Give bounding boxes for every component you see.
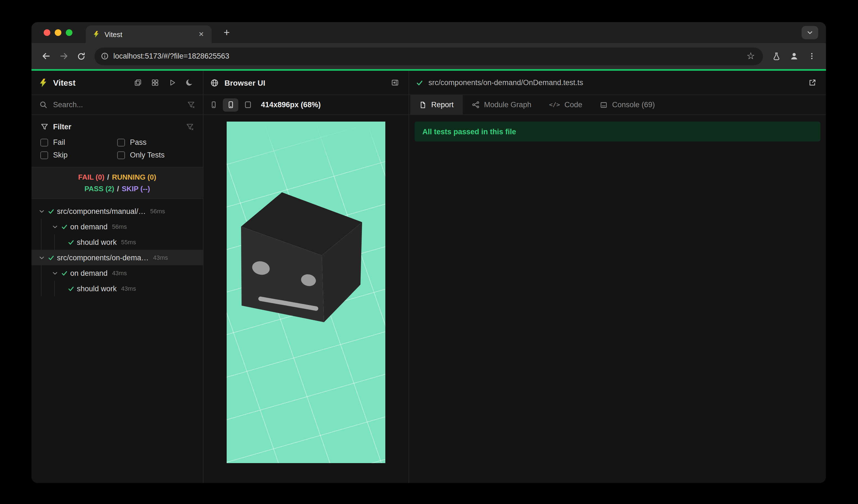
dark-mode-moon-icon[interactable] — [182, 76, 196, 90]
test-suite-row[interactable]: on demand 43ms — [32, 265, 203, 281]
tab-console[interactable]: Console (69) — [591, 95, 664, 114]
checkbox-label: Fail — [53, 138, 65, 146]
dashboard-grid-icon[interactable] — [148, 76, 162, 90]
test-case-label: should work — [77, 238, 117, 246]
url-text: localhost:5173/#/?file=1828625563 — [113, 52, 743, 60]
browser-preview-panel: Browser UI — [204, 71, 409, 483]
test-duration: 55ms — [121, 239, 136, 245]
test-duration: 43ms — [112, 270, 127, 276]
browser-tab[interactable]: Vitest ✕ — [86, 26, 212, 43]
run-summary: FAIL (0)/RUNNING (0) PASS (2)/SKIP (--) — [32, 167, 203, 199]
back-icon[interactable] — [37, 47, 55, 65]
tests-passed-banner: All tests passed in this file — [415, 121, 821, 142]
test-file-label: src/components/manual/… — [57, 207, 146, 215]
fail-count: FAIL (0) — [78, 173, 105, 181]
filter-checkbox-pass[interactable]: Pass — [117, 138, 194, 146]
reload-icon[interactable] — [73, 47, 90, 65]
open-in-panel-icon[interactable] — [387, 76, 402, 90]
app-title: Vitest — [53, 78, 76, 87]
filter-checkbox-only-tests[interactable]: Only Tests — [117, 151, 194, 159]
close-tab-icon[interactable]: ✕ — [196, 29, 206, 39]
tab-module-graph[interactable]: Module Graph — [462, 95, 540, 114]
run-summary-line-2: PASS (2)/SKIP (--) — [32, 183, 203, 195]
preview-header: Browser UI — [204, 71, 409, 95]
skip-count: SKIP (--) — [122, 184, 150, 193]
profile-avatar-icon[interactable] — [785, 47, 803, 65]
search-bar — [32, 95, 203, 115]
results-tabs: Report Module Graph </> Code Console — [409, 95, 826, 115]
tab-strip: Vitest ✕ + — [32, 22, 826, 43]
filter-checkbox-fail[interactable]: Fail — [41, 138, 117, 146]
sidebar: Vitest — [32, 71, 204, 483]
checkbox[interactable] — [117, 139, 125, 146]
tab-label: Console (69) — [612, 101, 655, 109]
new-tab-button[interactable]: + — [220, 26, 234, 40]
preview-title: Browser UI — [224, 78, 265, 87]
chevron-down-icon[interactable] — [37, 254, 46, 261]
tab-label: Module Graph — [484, 101, 531, 109]
filter-funnel-icon — [41, 123, 49, 131]
external-link-icon[interactable] — [805, 76, 819, 90]
search-input[interactable] — [53, 101, 187, 109]
filter-section: Filter Fail Pass — [32, 115, 203, 167]
check-icon — [46, 208, 56, 215]
url-bar[interactable]: localhost:5173/#/?file=1828625563 ☆ — [95, 47, 763, 65]
bookmark-star-icon[interactable]: ☆ — [743, 48, 759, 64]
checkbox-label: Only Tests — [130, 151, 165, 159]
check-icon — [46, 254, 56, 261]
test-file-row-selected[interactable]: src/components/on-dema… 43ms — [32, 250, 203, 265]
checkbox[interactable] — [41, 151, 48, 159]
forward-icon[interactable] — [55, 47, 73, 65]
test-suite-label: on demand — [70, 269, 108, 277]
screen: Vitest ✕ + localhost:5173/# — [0, 0, 858, 504]
site-info-icon[interactable] — [97, 48, 112, 64]
test-tree: src/components/manual/… 56ms on demand 5… — [32, 199, 203, 483]
vitest-logo — [38, 78, 48, 87]
run-all-play-icon[interactable] — [165, 76, 179, 90]
checkbox-label: Pass — [130, 138, 146, 146]
results-header: src/components/on-demand/OnDemand.test.t… — [409, 71, 826, 95]
collapse-panels-icon[interactable] — [130, 76, 145, 90]
chevron-down-icon[interactable] — [50, 223, 59, 230]
app-viewport[interactable] — [227, 121, 385, 463]
test-file-label: src/components/on-dema… — [57, 254, 149, 262]
code-icon: </> — [549, 101, 560, 108]
device-phone-selected-icon[interactable] — [223, 98, 238, 111]
run-summary-line-1: FAIL (0)/RUNNING (0) — [32, 171, 203, 183]
tab-search-chevron-icon[interactable] — [801, 26, 818, 39]
device-phone-small-icon[interactable] — [206, 98, 221, 111]
close-window-button[interactable] — [44, 29, 50, 36]
check-icon — [416, 79, 424, 86]
maximize-window-button[interactable] — [66, 29, 73, 36]
tab-code[interactable]: </> Code — [540, 95, 591, 114]
checkbox[interactable] — [117, 151, 125, 159]
filter-checkbox-skip[interactable]: Skip — [41, 151, 117, 159]
test-suite-label: on demand — [70, 223, 108, 231]
vitest-favicon — [92, 30, 100, 38]
chevron-down-icon[interactable] — [37, 208, 46, 215]
test-case-row[interactable]: should work 43ms — [32, 281, 203, 296]
minimize-window-button[interactable] — [55, 29, 61, 36]
checkbox[interactable] — [41, 139, 48, 146]
robot-cube-3d — [227, 121, 385, 463]
clear-filter-funnel-icon[interactable] — [187, 101, 195, 109]
reset-filter-funnel-icon[interactable] — [186, 123, 194, 131]
check-icon — [66, 239, 76, 246]
browser-menu-kebab-icon[interactable] — [803, 47, 821, 65]
sidebar-header: Vitest — [32, 71, 203, 95]
filter-title: Filter — [53, 123, 71, 131]
preview-toolbar: 414x896px (68%) — [204, 95, 409, 115]
chevron-down-icon[interactable] — [50, 270, 59, 277]
device-tablet-icon[interactable] — [240, 98, 255, 111]
globe-icon — [210, 78, 219, 87]
experiments-flask-icon[interactable] — [767, 47, 785, 65]
tab-label: Report — [431, 101, 454, 109]
test-file-row[interactable]: src/components/manual/… 56ms — [32, 204, 203, 219]
check-icon — [66, 285, 76, 292]
test-duration: 43ms — [121, 285, 136, 292]
preview-area — [204, 115, 409, 483]
tab-report[interactable]: Report — [410, 95, 462, 114]
test-suite-row[interactable]: on demand 56ms — [32, 219, 203, 234]
test-duration: 43ms — [153, 254, 168, 261]
test-case-row[interactable]: should work 55ms — [32, 234, 203, 250]
